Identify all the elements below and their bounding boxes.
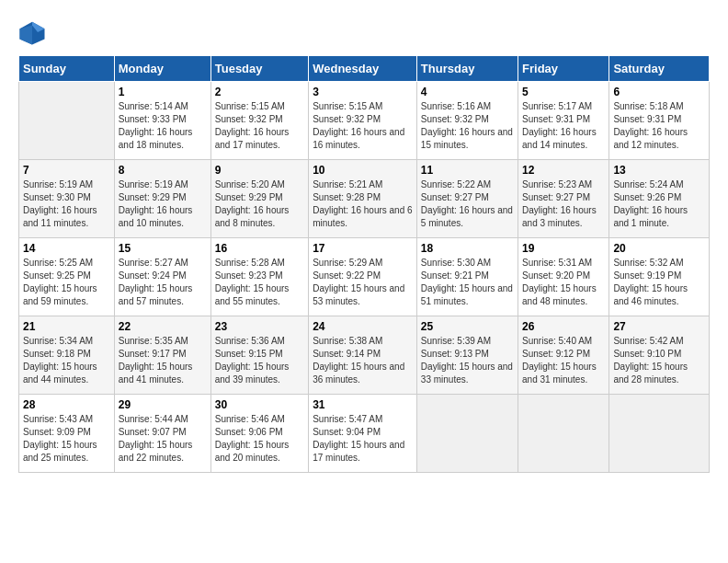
day-info: Sunrise: 5:36 AM Sunset: 9:15 PM Dayligh…	[215, 335, 304, 386]
calendar-cell: 6 Sunrise: 5:18 AM Sunset: 9:31 PM Dayli…	[609, 82, 710, 160]
calendar-cell: 2 Sunrise: 5:15 AM Sunset: 9:32 PM Dayli…	[210, 82, 308, 160]
logo-icon	[18, 18, 46, 46]
sunrise-text: Sunrise: 5:31 AM	[522, 258, 592, 268]
calendar-cell: 24 Sunrise: 5:38 AM Sunset: 9:14 PM Dayl…	[309, 316, 417, 395]
daylight-text: Daylight: 16 hours and 18 minutes.	[119, 127, 193, 150]
day-number: 28	[23, 398, 110, 411]
daylight-text: Daylight: 15 hours and 51 minutes.	[421, 283, 513, 306]
day-number: 7	[23, 164, 110, 177]
day-info: Sunrise: 5:44 AM Sunset: 9:07 PM Dayligh…	[119, 413, 207, 465]
day-info: Sunrise: 5:42 AM Sunset: 9:10 PM Dayligh…	[613, 335, 705, 386]
day-info: Sunrise: 5:14 AM Sunset: 9:33 PM Dayligh…	[119, 100, 207, 152]
daylight-text: Daylight: 16 hours and 12 minutes.	[613, 127, 688, 150]
sunset-text: Sunset: 9:28 PM	[313, 192, 381, 202]
sunrise-text: Sunrise: 5:46 AM	[215, 414, 285, 424]
sunrise-text: Sunrise: 5:40 AM	[522, 336, 592, 346]
daylight-text: Daylight: 15 hours and 41 minutes.	[119, 362, 193, 385]
weekday-header: Monday	[114, 56, 210, 82]
sunrise-text: Sunrise: 5:23 AM	[522, 179, 592, 190]
day-info: Sunrise: 5:21 AM Sunset: 9:28 PM Dayligh…	[313, 178, 413, 230]
daylight-text: Daylight: 16 hours and 6 minutes.	[313, 205, 412, 228]
sunset-text: Sunset: 9:17 PM	[119, 349, 187, 359]
sunset-text: Sunset: 9:21 PM	[421, 270, 489, 281]
day-number: 14	[23, 242, 110, 255]
sunset-text: Sunset: 9:24 PM	[119, 270, 187, 281]
day-number: 11	[421, 164, 514, 177]
sunset-text: Sunset: 9:31 PM	[613, 114, 681, 124]
day-number: 3	[313, 86, 413, 98]
calendar-cell: 8 Sunrise: 5:19 AM Sunset: 9:29 PM Dayli…	[114, 160, 210, 238]
sunset-text: Sunset: 9:07 PM	[119, 427, 187, 437]
day-number: 22	[119, 320, 207, 333]
day-info: Sunrise: 5:25 AM Sunset: 9:25 PM Dayligh…	[23, 257, 110, 308]
calendar-cell: 7 Sunrise: 5:19 AM Sunset: 9:30 PM Dayli…	[19, 160, 115, 238]
sunset-text: Sunset: 9:20 PM	[522, 270, 590, 281]
daylight-text: Daylight: 15 hours and 39 minutes.	[215, 362, 290, 385]
daylight-text: Daylight: 15 hours and 48 minutes.	[522, 283, 597, 306]
calendar-week-row: 7 Sunrise: 5:19 AM Sunset: 9:30 PM Dayli…	[19, 160, 710, 238]
daylight-text: Daylight: 16 hours and 1 minute.	[613, 205, 688, 228]
daylight-text: Daylight: 16 hours and 16 minutes.	[313, 127, 404, 150]
calendar-cell: 15 Sunrise: 5:27 AM Sunset: 9:24 PM Dayl…	[114, 238, 210, 316]
sunset-text: Sunset: 9:23 PM	[215, 270, 283, 281]
sunrise-text: Sunrise: 5:47 AM	[313, 414, 382, 424]
day-info: Sunrise: 5:15 AM Sunset: 9:32 PM Dayligh…	[313, 100, 413, 152]
sunset-text: Sunset: 9:29 PM	[119, 192, 187, 202]
day-info: Sunrise: 5:35 AM Sunset: 9:17 PM Dayligh…	[119, 335, 207, 386]
daylight-text: Daylight: 15 hours and 55 minutes.	[215, 283, 290, 306]
daylight-text: Daylight: 15 hours and 17 minutes.	[313, 440, 404, 463]
calendar-cell: 31 Sunrise: 5:47 AM Sunset: 9:04 PM Dayl…	[309, 395, 417, 473]
calendar-cell: 30 Sunrise: 5:46 AM Sunset: 9:06 PM Dayl…	[210, 395, 308, 473]
day-info: Sunrise: 5:23 AM Sunset: 9:27 PM Dayligh…	[522, 178, 605, 230]
sunset-text: Sunset: 9:27 PM	[421, 192, 489, 202]
day-number: 10	[313, 164, 413, 177]
sunrise-text: Sunrise: 5:42 AM	[613, 336, 683, 346]
sunset-text: Sunset: 9:25 PM	[23, 270, 91, 281]
sunrise-text: Sunrise: 5:19 AM	[23, 179, 93, 190]
day-info: Sunrise: 5:40 AM Sunset: 9:12 PM Dayligh…	[522, 335, 605, 386]
sunset-text: Sunset: 9:32 PM	[421, 114, 489, 124]
day-info: Sunrise: 5:22 AM Sunset: 9:27 PM Dayligh…	[421, 178, 514, 230]
day-info: Sunrise: 5:39 AM Sunset: 9:13 PM Dayligh…	[421, 335, 514, 386]
sunset-text: Sunset: 9:10 PM	[613, 349, 681, 359]
day-number: 26	[522, 320, 605, 333]
weekday-header: Saturday	[609, 56, 710, 82]
sunrise-text: Sunrise: 5:39 AM	[421, 336, 491, 346]
sunset-text: Sunset: 9:13 PM	[421, 349, 489, 359]
day-info: Sunrise: 5:38 AM Sunset: 9:14 PM Dayligh…	[313, 335, 413, 386]
day-info: Sunrise: 5:28 AM Sunset: 9:23 PM Dayligh…	[215, 257, 304, 308]
day-info: Sunrise: 5:29 AM Sunset: 9:22 PM Dayligh…	[313, 257, 413, 308]
logo	[18, 18, 50, 46]
page-header	[18, 18, 710, 46]
sunrise-text: Sunrise: 5:30 AM	[421, 258, 491, 268]
sunset-text: Sunset: 9:32 PM	[313, 114, 381, 124]
calendar-cell: 12 Sunrise: 5:23 AM Sunset: 9:27 PM Dayl…	[518, 160, 609, 238]
sunrise-text: Sunrise: 5:44 AM	[119, 414, 188, 424]
calendar-cell	[609, 395, 710, 473]
daylight-text: Daylight: 15 hours and 31 minutes.	[522, 362, 597, 385]
calendar-header-row: SundayMondayTuesdayWednesdayThursdayFrid…	[19, 56, 710, 82]
day-number: 4	[421, 86, 514, 98]
sunrise-text: Sunrise: 5:22 AM	[421, 179, 491, 190]
day-number: 23	[215, 320, 304, 333]
day-number: 20	[613, 242, 705, 255]
sunrise-text: Sunrise: 5:25 AM	[23, 258, 93, 268]
calendar-cell: 14 Sunrise: 5:25 AM Sunset: 9:25 PM Dayl…	[19, 238, 115, 316]
day-info: Sunrise: 5:19 AM Sunset: 9:30 PM Dayligh…	[23, 178, 110, 230]
sunrise-text: Sunrise: 5:20 AM	[215, 179, 285, 190]
day-number: 15	[119, 242, 207, 255]
calendar-cell: 18 Sunrise: 5:30 AM Sunset: 9:21 PM Dayl…	[416, 238, 518, 316]
day-info: Sunrise: 5:47 AM Sunset: 9:04 PM Dayligh…	[313, 413, 413, 465]
sunrise-text: Sunrise: 5:43 AM	[23, 414, 93, 424]
daylight-text: Daylight: 15 hours and 22 minutes.	[119, 440, 193, 463]
sunrise-text: Sunrise: 5:21 AM	[313, 179, 382, 190]
weekday-header: Tuesday	[210, 56, 308, 82]
calendar-cell: 10 Sunrise: 5:21 AM Sunset: 9:28 PM Dayl…	[309, 160, 417, 238]
day-info: Sunrise: 5:17 AM Sunset: 9:31 PM Dayligh…	[522, 100, 605, 152]
calendar-cell: 28 Sunrise: 5:43 AM Sunset: 9:09 PM Dayl…	[19, 395, 115, 473]
daylight-text: Daylight: 15 hours and 33 minutes.	[421, 362, 513, 385]
sunrise-text: Sunrise: 5:17 AM	[522, 101, 592, 111]
calendar-week-row: 21 Sunrise: 5:34 AM Sunset: 9:18 PM Dayl…	[19, 316, 710, 395]
day-info: Sunrise: 5:32 AM Sunset: 9:19 PM Dayligh…	[613, 257, 705, 308]
calendar-cell: 23 Sunrise: 5:36 AM Sunset: 9:15 PM Dayl…	[210, 316, 308, 395]
